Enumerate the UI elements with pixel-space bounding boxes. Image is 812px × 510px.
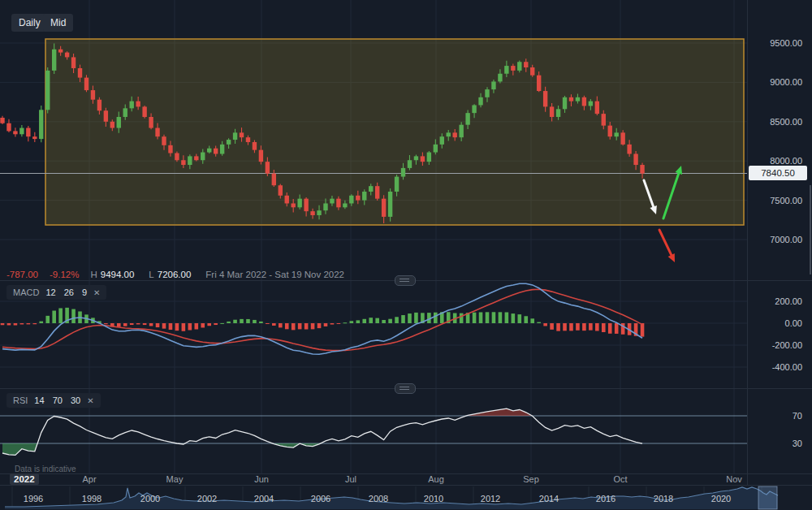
year-label: 2018 — [654, 494, 673, 504]
rsi-label: RSI — [13, 395, 28, 405]
year-label: 2004 — [254, 494, 274, 504]
rsi-panel-drag-handle[interactable] — [395, 383, 416, 394]
rsi-params: 14 70 30 — [34, 395, 80, 405]
year-label: 1996 — [24, 494, 43, 504]
price-axis-tick: 7000.00 — [749, 235, 802, 244]
price-scale-border — [747, 0, 748, 486]
month-label: Nov — [726, 474, 742, 484]
rsi-layer — [0, 408, 747, 455]
year-label: 2006 — [311, 494, 330, 504]
year-label: 2012 — [481, 494, 500, 504]
year-label: 2020 — [711, 494, 731, 504]
month-label: Sep — [523, 474, 539, 484]
month-label: Apr — [82, 474, 96, 484]
macd-axis-tick: 200.00 — [749, 296, 802, 306]
price-axis-tick: 9500.00 — [749, 38, 802, 48]
data-indicative-note: Data is indicative — [15, 465, 76, 473]
rsi-axis-tick: 30 — [749, 439, 802, 448]
price-axis-tick: 9000.00 — [749, 77, 802, 87]
date-range: Fri 4 Mar 2022 - Sat 19 Nov 2022 — [205, 270, 344, 279]
arrow-annotation[interactable] — [659, 230, 675, 262]
macd-params: 12 26 9 — [45, 287, 87, 297]
price-axis-tick: 7500.00 — [749, 196, 802, 205]
time-axis-year: 2022 — [10, 473, 39, 485]
low-value: 7206.00 — [158, 270, 192, 279]
panel-divider — [0, 485, 812, 486]
year-label: 1998 — [82, 494, 102, 504]
month-label: Jun — [254, 474, 269, 484]
high-label: H — [90, 270, 97, 279]
timeframe-daily-button[interactable]: Daily — [11, 14, 48, 32]
change-value: -787.00 — [6, 270, 38, 279]
change-percent: -9.12% — [50, 270, 79, 279]
trading-app-window: Daily Mid -787.00 -9.12% H 9494.00 L 720… — [0, 0, 812, 510]
navigator-selection-window[interactable] — [758, 486, 777, 509]
macd-panel-drag-handle[interactable] — [395, 275, 416, 286]
year-label: 2016 — [596, 494, 615, 504]
price-axis-tick: 8000.00 — [749, 156, 802, 166]
high-value: 9494.00 — [101, 270, 135, 279]
month-label: Aug — [428, 474, 444, 484]
year-label: 2002 — [197, 494, 217, 504]
year-label: 2014 — [539, 494, 559, 504]
highlight-box-annotation[interactable] — [45, 39, 744, 225]
year-label: 2008 — [369, 494, 388, 504]
rsi-indicator-pill[interactable]: RSI 14 70 30 ✕ — [6, 393, 101, 408]
rsi-close-icon[interactable]: ✕ — [87, 396, 93, 405]
year-label: 2000 — [140, 494, 160, 504]
low-label: L — [149, 270, 153, 279]
macd-close-icon[interactable]: ✕ — [93, 288, 100, 297]
month-label: May — [166, 474, 184, 484]
timeframe-mid-button[interactable]: Mid — [43, 14, 73, 32]
chart-canvas[interactable] — [0, 0, 812, 510]
price-stats-bar: -787.00 -9.12% H 9494.00 L 7206.00 Fri 4… — [6, 268, 344, 280]
month-label: Oct — [613, 474, 627, 484]
macd-label: MACD — [13, 287, 39, 297]
panel-divider — [0, 473, 812, 474]
year-label: 2010 — [424, 494, 443, 504]
macd-axis-tick: -200.00 — [749, 340, 802, 350]
macd-axis-tick: -400.00 — [749, 362, 802, 372]
rsi-axis-tick: 70 — [749, 411, 802, 421]
price-axis-tick: 8500.00 — [749, 117, 802, 127]
month-label: Jul — [345, 474, 356, 484]
last-price-label: 7840.50 — [749, 166, 807, 180]
macd-indicator-pill[interactable]: MACD 12 26 9 ✕ — [6, 285, 106, 300]
macd-axis-tick: 0.00 — [749, 318, 802, 328]
